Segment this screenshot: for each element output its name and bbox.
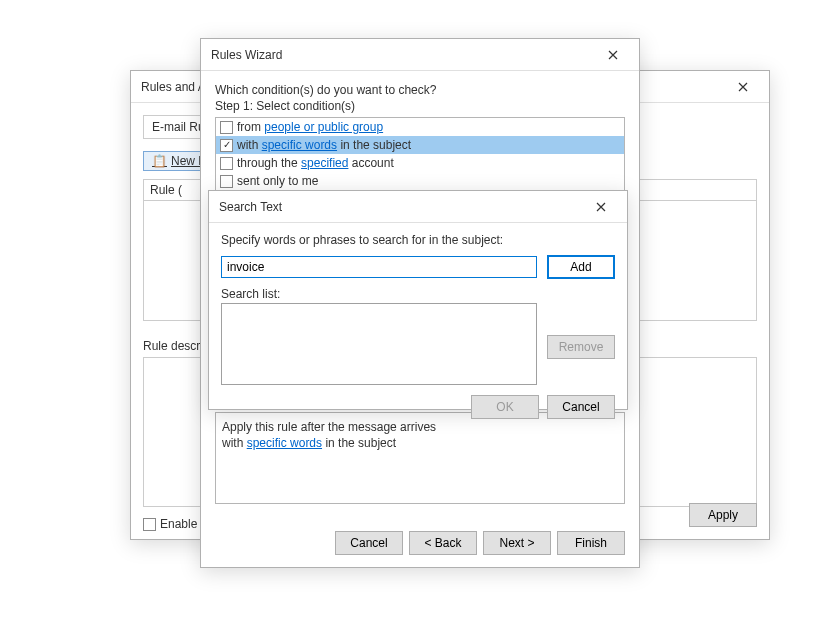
search-text-dialog: Search Text Specify words or phrases to …	[208, 190, 628, 410]
add-button[interactable]: Add	[547, 255, 615, 279]
wizard-rule-line2-post: in the subject	[322, 436, 396, 450]
wizard-step1-label: Step 1: Select condition(s)	[215, 99, 625, 113]
condition-item[interactable]: through the specified account	[216, 154, 624, 172]
rules-alerts-title: Rules and A	[141, 80, 206, 94]
condition-item[interactable]: sent only to me	[216, 172, 624, 190]
finish-button[interactable]: Finish	[557, 531, 625, 555]
search-text-title: Search Text	[219, 200, 282, 214]
wizard-rule-line2: with specific words in the subject	[222, 435, 618, 451]
condition-label: with specific words in the subject	[237, 137, 411, 153]
condition-link[interactable]: specified	[301, 156, 348, 170]
condition-item[interactable]: with specific words in the subject	[216, 136, 624, 154]
condition-checkbox[interactable]	[220, 157, 233, 170]
wizard-titlebar: Rules Wizard	[201, 39, 639, 71]
wizard-rule-line2-pre: with	[222, 436, 247, 450]
condition-label: through the specified account	[237, 155, 394, 171]
next-button[interactable]: Next >	[483, 531, 551, 555]
condition-checkbox[interactable]	[220, 175, 233, 188]
cancel-button[interactable]: Cancel	[335, 531, 403, 555]
apply-button[interactable]: Apply	[689, 503, 757, 527]
search-list-label: Search list:	[221, 287, 615, 301]
wizard-question: Which condition(s) do you want to check?	[215, 83, 625, 97]
enable-label: Enable	[160, 517, 197, 531]
condition-link[interactable]: specific words	[262, 138, 337, 152]
ok-button: OK	[471, 395, 539, 419]
specify-label: Specify words or phrases to search for i…	[221, 233, 615, 247]
search-text-titlebar: Search Text	[209, 191, 627, 223]
enable-checkbox[interactable]	[143, 518, 156, 531]
close-icon[interactable]	[727, 75, 759, 99]
rule-icon: 📋	[152, 154, 167, 168]
search-phrase-input[interactable]	[221, 256, 537, 278]
condition-link[interactable]: people or public group	[264, 120, 383, 134]
condition-item[interactable]: from people or public group	[216, 118, 624, 136]
condition-label: sent only to me	[237, 173, 318, 189]
condition-checkbox[interactable]	[220, 121, 233, 134]
remove-button: Remove	[547, 335, 615, 359]
search-list-box[interactable]	[221, 303, 537, 385]
cancel-button[interactable]: Cancel	[547, 395, 615, 419]
wizard-title: Rules Wizard	[211, 48, 282, 62]
specific-words-link[interactable]: specific words	[247, 436, 322, 450]
close-icon[interactable]	[597, 43, 629, 67]
back-button[interactable]: < Back	[409, 531, 477, 555]
condition-checkbox[interactable]	[220, 139, 233, 152]
condition-label: from people or public group	[237, 119, 383, 135]
close-icon[interactable]	[585, 195, 617, 219]
